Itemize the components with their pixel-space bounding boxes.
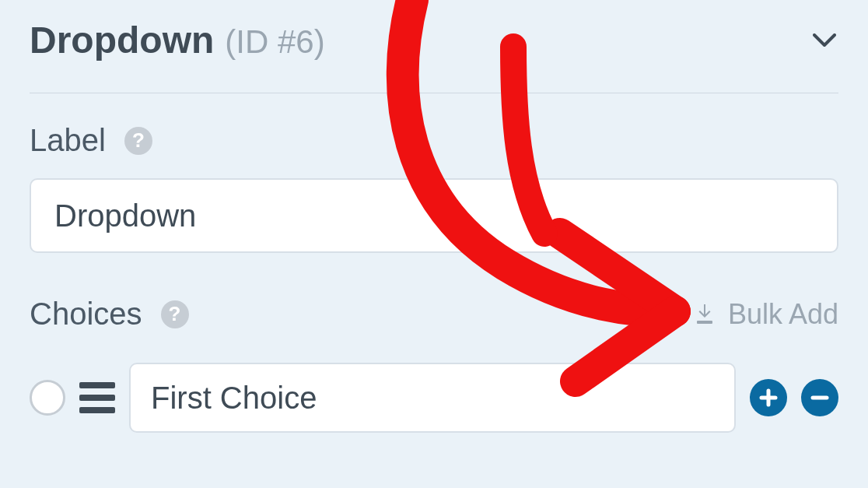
- choice-input[interactable]: [129, 363, 736, 433]
- bulk-add-label: Bulk Add: [728, 298, 838, 331]
- chevron-down-icon[interactable]: [810, 26, 838, 54]
- panel-field-id: (ID #6): [225, 23, 324, 61]
- remove-choice-button[interactable]: [801, 379, 838, 416]
- add-choice-button[interactable]: [750, 379, 787, 416]
- panel-header[interactable]: Dropdown (ID #6): [30, 19, 838, 61]
- download-icon: [692, 302, 717, 327]
- default-choice-radio[interactable]: [30, 380, 65, 416]
- bulk-add-button[interactable]: Bulk Add: [692, 298, 838, 331]
- divider: [30, 93, 838, 93]
- help-icon[interactable]: ?: [124, 127, 152, 155]
- label-input[interactable]: [30, 178, 838, 253]
- choices-heading-wrap: Choices ?: [30, 297, 189, 332]
- choices-section-header: Choices ? Bulk Add: [30, 297, 838, 332]
- field-settings-panel: Dropdown (ID #6) Label ? Choices ? Bulk …: [0, 0, 868, 433]
- choice-row: [30, 363, 838, 433]
- svg-rect-0: [697, 321, 712, 324]
- panel-title-wrap: Dropdown (ID #6): [30, 19, 325, 61]
- drag-handle-icon[interactable]: [79, 382, 115, 413]
- panel-title: Dropdown: [30, 19, 214, 61]
- help-icon[interactable]: ?: [161, 300, 189, 328]
- label-heading: Label: [30, 123, 106, 158]
- label-section-header: Label ?: [30, 123, 838, 158]
- choices-heading: Choices: [30, 297, 142, 332]
